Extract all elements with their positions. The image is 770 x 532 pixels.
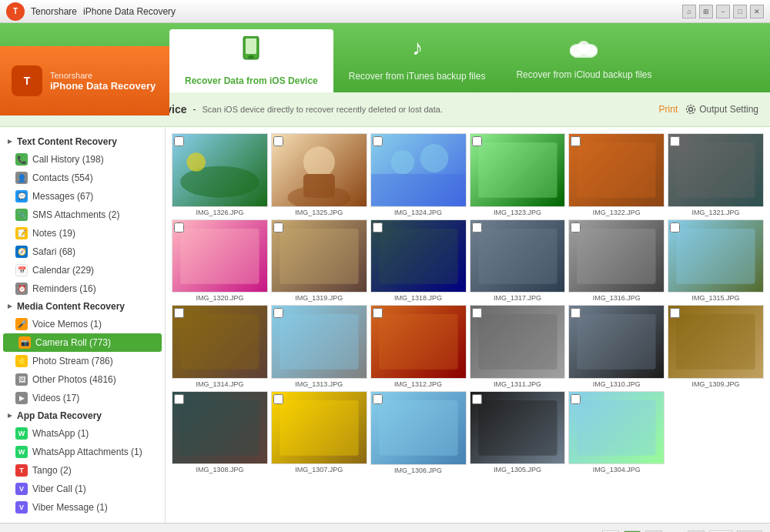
photo-item[interactable]: IMG_1321.JPG [668,133,764,216]
photo-checkbox[interactable] [373,394,383,404]
photo-checkbox[interactable] [571,136,581,146]
sidebar-item-whatsapp-attachments[interactable]: W WhatsApp Attachments (1) [0,443,165,461]
sidebar-item-call-history[interactable]: 📞 Call History (198) [0,150,165,169]
photo-checkbox[interactable] [174,394,184,404]
photo-item[interactable]: IMG_1308.JPG [172,391,268,474]
photo-item[interactable]: IMG_1320.JPG [172,219,268,303]
sidebar-item-notes[interactable]: 📝 Notes (19) [0,224,165,243]
sidebar-item-photo-stream[interactable]: 🌟 Photo Stream (786) [0,352,165,370]
photo-checkbox[interactable] [373,223,383,233]
output-setting-button[interactable]: Output Setting [685,104,758,115]
sidebar-item-camera-roll[interactable]: 📷 Camera Roll (773) [3,333,162,352]
photo-filename: IMG_1306.JPG [370,467,467,474]
sms-attachments-label: SMS Attachments (2) [32,209,119,220]
photo-checkbox[interactable] [670,308,680,318]
photo-checkbox[interactable] [174,308,184,318]
sidebar-item-calendar[interactable]: 📅 Calendar (229) [0,261,165,279]
photo-item[interactable]: IMG_1315.JPG [668,219,764,303]
videos-icon: ▶ [15,392,28,404]
sidebar-section-app: App Data Recovery [0,407,165,424]
photo-item[interactable]: IMG_1322.JPG [568,133,665,216]
photo-filename: IMG_1318.JPG [370,294,467,302]
sidebar-item-viber-message[interactable]: V Viber Message (1) [0,498,165,517]
svg-rect-23 [303,174,335,198]
sidebar-item-other-photos[interactable]: 🖼 Other Photos (4816) [0,370,165,389]
voice-icon: 🎤 [15,318,28,330]
photo-item[interactable]: IMG_1316.JPG [568,219,665,303]
sidebar-item-messages[interactable]: 💬 Messages (67) [0,187,165,206]
photo-item[interactable]: IMG_1310.JPG [568,305,665,388]
tab-icloud[interactable]: Recover from iCloud backup files [500,23,667,92]
photo-item[interactable]: IMG_1318.JPG [370,219,467,303]
photo-checkbox[interactable] [472,308,482,318]
sidebar-item-sms-attachments[interactable]: 📎 SMS Attachments (2) [0,206,165,224]
home-icon[interactable]: ⌂ [682,5,696,18]
svg-marker-18 [8,413,12,418]
photo-item[interactable]: IMG_1309.JPG [668,305,764,388]
photo-checkbox[interactable] [571,394,581,404]
photo-item[interactable]: IMG_1319.JPG [271,219,367,303]
photo-checkbox[interactable] [472,223,482,233]
sidebar-item-tango[interactable]: T Tango (2) [0,461,165,480]
photo-checkbox[interactable] [670,223,680,233]
photo-checkbox[interactable] [571,223,581,233]
photo-checkbox[interactable] [273,394,283,404]
header: T Tenorshare iPhone Data Recovery Recove… [0,23,770,92]
sidebar-item-voice-memos[interactable]: 🎤 Voice Memos (1) [0,315,165,333]
photo-item[interactable]: IMG_1306.JPG [370,391,467,474]
sidebar-item-safari[interactable]: 🧭 Safari (68) [0,243,165,261]
photo-item[interactable]: IMG_1314.JPG [172,305,268,388]
photo-checkbox[interactable] [472,136,482,146]
sidebar-item-contacts[interactable]: 👤 Contacts (554) [0,169,165,187]
bottom-toolbar: Check All Show All Show Only Deleted Sho… [0,523,770,532]
viber-message-icon: V [15,501,28,514]
photo-filename: IMG_1325.JPG [271,209,367,216]
photo-filename: IMG_1317.JPG [470,294,566,302]
photo-item[interactable]: IMG_1317.JPG [470,219,566,303]
close-button[interactable]: ✕ [750,5,764,18]
photo-checkbox[interactable] [174,136,184,146]
photo-item[interactable]: IMG_1305.JPG [470,391,566,474]
photo-item[interactable]: IMG_1325.JPG [271,133,367,216]
safari-label: Safari (68) [32,246,75,257]
svg-point-26 [420,144,448,172]
photo-item[interactable]: IMG_1312.JPG [370,305,467,388]
grid-icon[interactable]: ⊞ [699,5,713,18]
photo-checkbox[interactable] [273,308,283,318]
photo-filename: IMG_1320.JPG [172,294,268,302]
print-link[interactable]: Print [659,104,678,115]
sidebar-item-whatsapp[interactable]: W WhatsApp (1) [0,424,165,443]
sidebar: Text Content Recovery 📞 Call History (19… [0,127,166,523]
photo-item[interactable]: IMG_1304.JPG [568,391,665,474]
photo-checkbox[interactable] [571,308,581,318]
svg-point-22 [303,146,335,178]
photo-checkbox[interactable] [273,136,283,146]
tab-ios[interactable]: Recover Data from iOS Device [169,29,333,92]
content-layout: Text Content Recovery 📞 Call History (19… [0,127,770,523]
minimize-button[interactable]: − [716,5,730,18]
maximize-button[interactable]: □ [733,5,747,18]
photo-checkbox[interactable] [373,308,383,318]
photo-item[interactable]: IMG_1307.JPG [271,391,367,474]
photo-item[interactable]: IMG_1326.JPG [172,133,268,216]
photo-item[interactable]: IMG_1313.JPG [271,305,367,388]
photo-checkbox[interactable] [273,223,283,233]
camera-icon: 📷 [18,336,31,349]
svg-point-25 [390,150,414,174]
photo-item[interactable]: IMG_1323.JPG [470,133,566,216]
tab-itunes[interactable]: ♪ Recover from iTunes backup files [333,23,501,92]
svg-point-19 [180,166,259,198]
section-expand-icon-media [6,303,14,310]
sidebar-item-videos[interactable]: ▶ Videos (17) [0,389,165,407]
photo-checkbox[interactable] [670,136,680,146]
photo-checkbox[interactable] [174,223,184,233]
tab-ios-label: Recover Data from iOS Device [185,75,318,86]
photo-item[interactable]: IMG_1311.JPG [470,305,566,388]
photo-stream-label: Photo Stream (786) [32,356,113,366]
photo-item[interactable]: IMG_1324.JPG [370,133,467,216]
sidebar-item-viber-call[interactable]: V Viber Call (1) [0,480,165,498]
sidebar-item-reminders[interactable]: ⏰ Reminders (16) [0,279,165,298]
photo-checkbox[interactable] [472,394,482,404]
photo-filename: IMG_1305.JPG [470,466,566,473]
photo-checkbox[interactable] [373,136,383,146]
